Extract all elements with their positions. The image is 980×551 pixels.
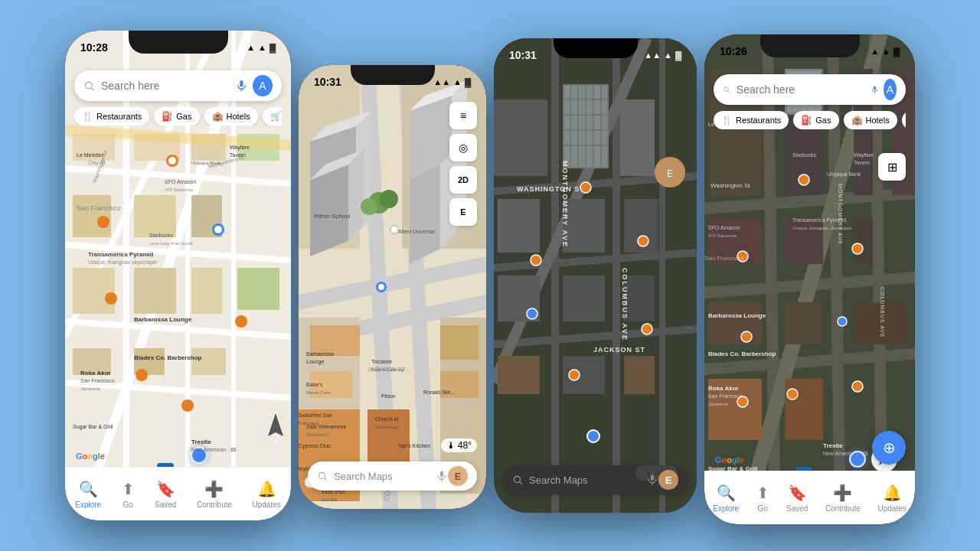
svg-text:Starbucks: Starbucks bbox=[792, 152, 817, 158]
nav-explore-1[interactable]: 🔍 Explore bbox=[75, 480, 101, 509]
east-btn-2[interactable]: E bbox=[449, 198, 477, 226]
explore-icon-4: 🔍 bbox=[717, 484, 736, 502]
bottom-nav-4: 🔍 Explore ⬆ Go 🔖 Saved ➕ Contribute 🔔 bbox=[704, 471, 915, 524]
svg-text:COLUMBUS AVE: COLUMBUS AVE bbox=[621, 268, 629, 341]
nav-go-1[interactable]: ⬆ Go bbox=[122, 480, 135, 509]
search-icon-1 bbox=[83, 80, 95, 92]
svg-rect-190 bbox=[708, 302, 762, 344]
svg-text:Rithm School: Rithm School bbox=[314, 213, 351, 220]
nav-saved-1[interactable]: 🔖 Saved bbox=[155, 480, 176, 509]
search-bar-1[interactable]: A bbox=[74, 70, 282, 101]
user-avatar-1[interactable]: A bbox=[253, 75, 273, 96]
svg-text:Transamerica Pyramid: Transamerica Pyramid bbox=[88, 251, 153, 258]
2d-btn-2[interactable]: 2D bbox=[449, 166, 477, 194]
nav-saved-4[interactable]: 🔖 Saved bbox=[786, 484, 808, 513]
updates-icon-4: 🔔 bbox=[883, 484, 902, 502]
bottom-nav-1: 🔍 Explore ⬆ Go 🔖 Saved ➕ Contribute 🔔 bbox=[65, 467, 291, 520]
location-fab-4[interactable]: ⊕ bbox=[872, 431, 906, 465]
svg-marker-80 bbox=[348, 149, 364, 241]
search-bar-4[interactable]: A bbox=[714, 74, 906, 105]
go-label-4: Go bbox=[757, 504, 767, 513]
svg-point-122 bbox=[378, 284, 384, 290]
mic-icon-1[interactable] bbox=[235, 79, 248, 93]
user-avatar-4[interactable]: A bbox=[884, 79, 897, 100]
restaurants-icon-1: 🍴 bbox=[82, 111, 93, 122]
search-input-1[interactable] bbox=[101, 80, 235, 92]
wifi-icon-3: ▲ bbox=[664, 51, 672, 60]
pill-hotels-1[interactable]: 🏨 Hotels bbox=[204, 107, 258, 126]
svg-rect-209 bbox=[785, 379, 823, 440]
search-icon-4 bbox=[723, 83, 730, 96]
svg-point-31 bbox=[181, 399, 194, 412]
wifi-icon-1: ▲ bbox=[258, 43, 266, 52]
nav-updates-1[interactable]: 🔔 Updates bbox=[253, 480, 281, 509]
mic-icon-3[interactable] bbox=[646, 474, 658, 486]
svg-text:Tricolore: Tricolore bbox=[371, 359, 392, 364]
svg-line-124 bbox=[324, 478, 327, 481]
pill-hotels-4[interactable]: 🏨 Hotels bbox=[844, 111, 897, 129]
explore-label-1: Explore bbox=[75, 500, 101, 509]
gas-label-4: Gas bbox=[815, 116, 831, 125]
nav-go-4[interactable]: ⬆ Go bbox=[756, 484, 769, 513]
nav-contribute-4[interactable]: ➕ Contribute bbox=[825, 484, 861, 513]
saved-label-1: Saved bbox=[155, 500, 176, 509]
mic-icon-4[interactable] bbox=[871, 83, 879, 96]
saved-icon-4: 🔖 bbox=[788, 484, 807, 502]
compass-btn-2[interactable]: ◎ bbox=[449, 134, 477, 161]
avatar-2[interactable]: E bbox=[448, 466, 468, 486]
svg-point-164 bbox=[580, 182, 591, 193]
nav-updates-4[interactable]: 🔔 Updates bbox=[878, 484, 906, 513]
notch-4 bbox=[760, 34, 860, 57]
phone-3: 10:31 ▲▲ ▲ ▓ bbox=[494, 38, 697, 513]
hotels-label-4: Hotels bbox=[866, 116, 890, 125]
category-pills-1: 🍴 Restaurants ⛽ Gas 🏨 Hotels 🛒 Groceries bbox=[74, 107, 282, 126]
svg-rect-177 bbox=[651, 474, 654, 481]
svg-point-213 bbox=[852, 243, 863, 254]
search-icon-2 bbox=[317, 471, 328, 481]
svg-rect-152 bbox=[563, 276, 605, 321]
google-logo-4: Google bbox=[715, 455, 744, 465]
nav-contribute-1[interactable]: ➕ Contribute bbox=[197, 480, 232, 509]
svg-text:Trestle: Trestle bbox=[191, 439, 211, 445]
notch-1 bbox=[129, 31, 228, 54]
svg-text:COLUMBUS AVE: COLUMBUS AVE bbox=[880, 287, 885, 338]
battery-icon-1: ▓ bbox=[270, 43, 276, 52]
pill-restaurants-1[interactable]: 🍴 Restaurants bbox=[74, 107, 149, 126]
layers-btn-2[interactable]: ≡ bbox=[449, 102, 477, 129]
svg-rect-147 bbox=[620, 99, 655, 176]
temperature-2: 🌡 48° bbox=[441, 439, 477, 452]
pill-gas-4[interactable]: ⛽ Gas bbox=[793, 111, 838, 129]
search-bottom-2[interactable]: Search Maps E bbox=[308, 461, 477, 491]
gas-icon-4: ⛽ bbox=[801, 115, 812, 126]
svg-rect-148 bbox=[494, 99, 547, 176]
pill-groceries-1[interactable]: 🛒 Groceries bbox=[263, 107, 282, 126]
svg-rect-193 bbox=[785, 218, 823, 264]
google-logo-1: Google bbox=[76, 452, 105, 461]
signal-icon-3: ▲▲ bbox=[644, 51, 661, 60]
saved-icon-1: 🔖 bbox=[156, 480, 175, 498]
pill-gas-1[interactable]: ⛽ Gas bbox=[154, 107, 199, 126]
phone-4: 10:26 ▲ ▲ ▓ bbox=[704, 34, 915, 524]
pill-groceries-4[interactable]: 🛒 Groceries bbox=[902, 111, 906, 129]
pill-restaurants-4[interactable]: 🍴 Restaurants bbox=[714, 111, 789, 129]
svg-point-170 bbox=[587, 430, 599, 442]
svg-text:Lounge: Lounge bbox=[306, 359, 324, 365]
svg-rect-247 bbox=[874, 86, 876, 90]
mic-icon-2[interactable] bbox=[436, 470, 448, 482]
nav-explore-4[interactable]: 🔍 Explore bbox=[713, 484, 739, 513]
svg-text:Barbarossa Lounge: Barbarossa Lounge bbox=[708, 312, 766, 319]
svg-point-29 bbox=[214, 226, 222, 233]
time-1: 10:28 bbox=[80, 41, 108, 54]
svg-point-30 bbox=[136, 369, 148, 381]
groceries-icon-1: 🛒 bbox=[270, 111, 282, 122]
svg-text:Swisshex San: Swisshex San bbox=[299, 412, 332, 418]
layers-button-4[interactable]: ⊞ bbox=[878, 153, 906, 181]
svg-text:Barbarossa Lounge: Barbarossa Lounge bbox=[134, 316, 192, 323]
svg-text:Washington St: Washington St bbox=[710, 182, 751, 189]
search-input-4[interactable] bbox=[737, 83, 871, 96]
explore-label-4: Explore bbox=[713, 504, 739, 513]
search-bottom-3[interactable]: Search Maps E bbox=[503, 465, 688, 494]
svg-rect-194 bbox=[785, 302, 823, 344]
svg-point-214 bbox=[838, 317, 847, 326]
avatar-3[interactable]: E bbox=[658, 470, 678, 490]
